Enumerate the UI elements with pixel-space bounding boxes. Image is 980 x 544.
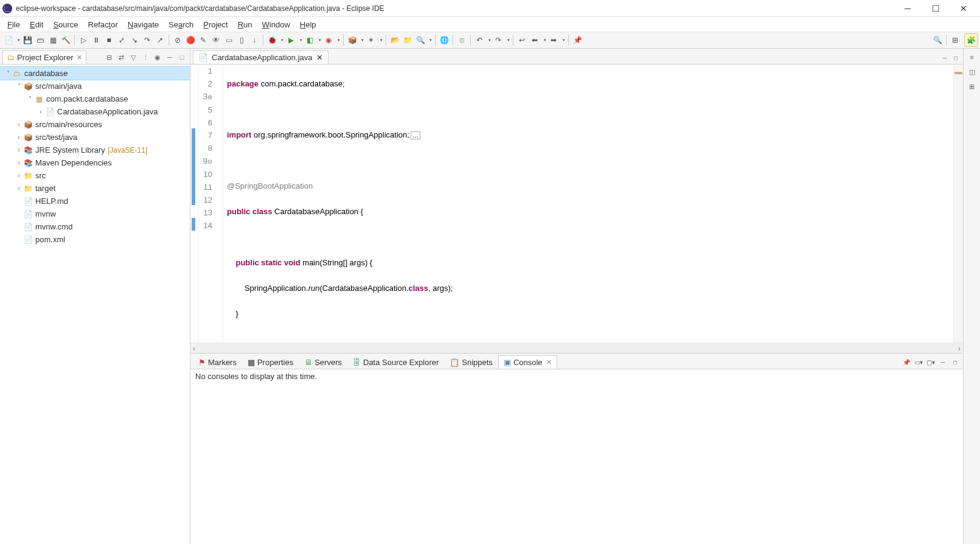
- tab-markers[interactable]: ⚑Markers: [193, 355, 242, 369]
- step-over-button[interactable]: ↷: [141, 34, 153, 46]
- suspend-button[interactable]: ⏸: [90, 34, 102, 46]
- resume-button[interactable]: ▷: [77, 34, 89, 46]
- menu-project[interactable]: Project: [198, 19, 232, 30]
- tab-console[interactable]: ▣Console✕: [498, 355, 557, 369]
- other-shortcut[interactable]: ⊞: [966, 80, 978, 92]
- run-last-button[interactable]: ◉: [322, 34, 341, 46]
- skip-breakpoints-button[interactable]: ⊘: [172, 34, 184, 46]
- display-console-button[interactable]: ▭▾: [913, 357, 924, 368]
- breakpoint-button[interactable]: 🔴: [184, 34, 196, 46]
- open-perspective-button[interactable]: ⊞: [949, 34, 961, 46]
- close-button[interactable]: ✕: [950, 0, 978, 17]
- run-button[interactable]: ▶: [285, 34, 303, 46]
- close-view-icon[interactable]: ✕: [77, 54, 82, 61]
- prev-annotation-button[interactable]: ↶: [473, 34, 492, 46]
- disconnect-button[interactable]: ⤢: [116, 34, 128, 46]
- minimize-editor-button[interactable]: ─: [940, 53, 950, 63]
- close-editor-icon[interactable]: ✕: [316, 53, 323, 62]
- pin-button[interactable]: 📌: [571, 34, 583, 46]
- tree-project[interactable]: ˅🗀 cardatabase: [0, 67, 190, 80]
- outline-shortcut[interactable]: ≡: [966, 51, 978, 63]
- toggle-button[interactable]: ▦: [47, 34, 59, 46]
- tree-src-folder[interactable]: ›📁 src: [0, 169, 190, 182]
- tree-jre[interactable]: ›📚 JRE System Library [JavaSE-11]: [0, 144, 190, 156]
- tree-target[interactable]: ›📁 target: [0, 182, 190, 195]
- code-editor[interactable]: 123⊕56789⊖1011121314 package com.packt.c…: [190, 65, 963, 343]
- maximize-button[interactable]: ☐: [922, 0, 950, 17]
- tab-properties[interactable]: ▦Properties: [242, 355, 299, 369]
- open-console-button[interactable]: ▢▾: [925, 357, 936, 368]
- menu-edit[interactable]: Edit: [25, 19, 48, 30]
- tree-help-md[interactable]: 📄 HELP.md: [0, 195, 190, 207]
- minimize-button[interactable]: ─: [894, 0, 922, 17]
- project-tree[interactable]: ˅🗀 cardatabase ˅📦 src/main/java ˅▦ com.p…: [0, 65, 190, 544]
- maximize-console-button[interactable]: □: [950, 357, 961, 368]
- tree-maven[interactable]: ›📚 Maven Dependencies: [0, 156, 190, 169]
- step-return-button[interactable]: ↗: [154, 34, 166, 46]
- search-button[interactable]: 🔍: [414, 34, 433, 46]
- menu-refactor[interactable]: Refactor: [83, 19, 123, 30]
- close-console-icon[interactable]: ✕: [546, 358, 552, 366]
- drop-frame-button[interactable]: ↓: [248, 34, 260, 46]
- build-button[interactable]: 🔨: [60, 34, 72, 46]
- new-wizard-button[interactable]: ✴: [365, 34, 383, 46]
- minimize-view-button[interactable]: ─: [164, 52, 175, 63]
- tree-mvnw[interactable]: 📄 mvnw: [0, 207, 190, 220]
- tree-app-java[interactable]: ›📄 CardatabaseApplication.java: [0, 105, 190, 118]
- tree-src-main-java[interactable]: ˅📦 src/main/java: [0, 80, 190, 92]
- task-list-shortcut[interactable]: ◫: [966, 66, 978, 78]
- project-explorer-tab[interactable]: 🗂 Project Explorer ✕: [2, 51, 86, 64]
- editor-scrollbar[interactable]: ‹›: [190, 343, 963, 353]
- tree-pom[interactable]: 📄 pom.xml: [0, 233, 190, 246]
- toggle-mark-button[interactable]: ⎅: [456, 34, 468, 46]
- terminate-button[interactable]: ■: [103, 34, 115, 46]
- tab-servers[interactable]: 🖥Servers: [299, 355, 347, 369]
- next-annotation-button[interactable]: ↷: [492, 34, 510, 46]
- tree-mvnw-cmd[interactable]: 📄 mvnw.cmd: [0, 220, 190, 233]
- overview-ruler[interactable]: [953, 65, 963, 343]
- menu-search[interactable]: Search: [164, 19, 198, 30]
- menu-window[interactable]: Window: [257, 19, 295, 30]
- save-all-button[interactable]: 🗃: [34, 34, 46, 46]
- display-button[interactable]: ▭: [223, 34, 235, 46]
- open-task-button[interactable]: 📁: [401, 34, 414, 46]
- editor-tab[interactable]: 📄 CardatabaseApplication.java ✕: [193, 51, 328, 64]
- open-type-button[interactable]: 📂: [389, 34, 401, 46]
- watch-button[interactable]: 👁: [210, 34, 222, 46]
- menu-navigate[interactable]: Navigate: [123, 19, 164, 30]
- view-menu-button[interactable]: ⋮: [140, 52, 151, 63]
- tree-src-test-java[interactable]: ›📦 src/test/java: [0, 131, 190, 144]
- step-into-button[interactable]: ↘: [128, 34, 141, 46]
- collapse-all-button[interactable]: ⊟: [103, 52, 114, 63]
- new-button[interactable]: 📄: [2, 34, 21, 46]
- tree-package[interactable]: ˅▦ com.packt.cardatabase: [0, 92, 190, 105]
- debug-button[interactable]: 🐞: [266, 34, 284, 46]
- new-java-button[interactable]: 📦: [346, 34, 364, 46]
- save-button[interactable]: 💾: [21, 34, 33, 46]
- maximize-editor-button[interactable]: □: [951, 53, 961, 63]
- pin-console-button[interactable]: 📌: [901, 357, 912, 368]
- expression-button[interactable]: ✎: [197, 34, 209, 46]
- filter-button[interactable]: ▽: [128, 52, 139, 63]
- coverage-button[interactable]: ◧: [304, 34, 322, 46]
- tab-snippets[interactable]: 📋Snippets: [444, 355, 498, 369]
- tree-src-main-resources[interactable]: ›📦 src/main/resources: [0, 118, 190, 131]
- menu-file[interactable]: File: [2, 19, 25, 30]
- fold-bar[interactable]: [215, 65, 223, 343]
- link-editor-button[interactable]: ⇄: [116, 52, 127, 63]
- tab-data-source[interactable]: 🗄Data Source Explorer: [347, 355, 444, 369]
- maximize-view-button[interactable]: □: [176, 52, 187, 63]
- java-ee-perspective-button[interactable]: 🧩: [964, 33, 978, 47]
- back-button[interactable]: ⬅: [529, 34, 547, 46]
- minimize-console-button[interactable]: ─: [937, 357, 948, 368]
- menu-source[interactable]: Source: [48, 19, 83, 30]
- focus-button[interactable]: ◉: [152, 52, 163, 63]
- menu-run[interactable]: Run: [233, 19, 257, 30]
- forward-button[interactable]: ➡: [547, 34, 566, 46]
- menu-help[interactable]: Help: [295, 19, 321, 30]
- quick-access-button[interactable]: 🔍: [931, 34, 944, 46]
- last-edit-button[interactable]: ↩: [516, 34, 528, 46]
- web-button[interactable]: 🌐: [438, 34, 450, 46]
- inspect-button[interactable]: ▯: [235, 34, 248, 46]
- code-content[interactable]: package com.packt.cardatabase; import or…: [223, 65, 953, 343]
